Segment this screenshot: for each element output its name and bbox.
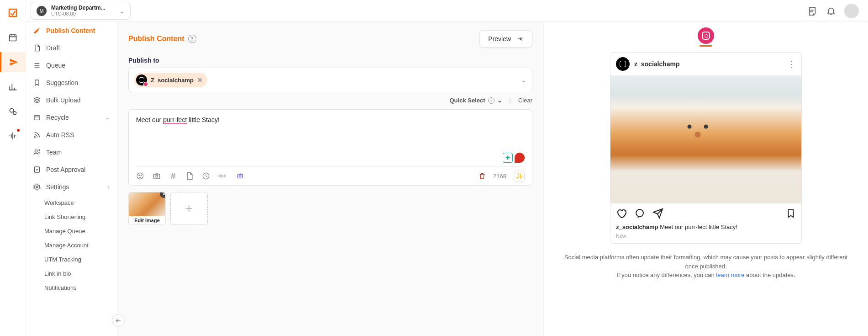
workspace-timezone: UTC-08:00 <box>51 11 105 16</box>
account-chip: Z_socialchamp ✕ <box>134 73 207 87</box>
workspace-avatar: M <box>37 6 47 16</box>
user-avatar[interactable] <box>844 4 859 18</box>
svg-point-9 <box>139 175 140 176</box>
clear-button[interactable]: Clear <box>518 97 532 104</box>
comment-icon[interactable] <box>634 208 645 219</box>
trash-icon[interactable] <box>479 172 486 180</box>
chevron-down-icon[interactable]: ⌄ <box>521 76 526 84</box>
sidebar-sub-link-shortening[interactable]: Link Shortening <box>26 210 117 224</box>
bell-icon[interactable] <box>826 6 836 16</box>
quick-select-button[interactable]: Quick Select i ⌄ <box>449 97 502 104</box>
sidebar-item-label: Settings <box>46 183 69 191</box>
remove-account-icon[interactable]: ✕ <box>197 76 203 84</box>
sidebar-sub-notifications[interactable]: Notifications <box>26 281 117 295</box>
rail-calendar-icon[interactable] <box>0 27 26 48</box>
sidebar-item-bulk-upload[interactable]: Bulk Upload <box>26 91 117 109</box>
top-bar: M Marketing Departm... UTC-08:00 ⌄ <box>26 0 868 22</box>
sidebar-sub-link-in-bio[interactable]: Link in bio <box>26 267 117 281</box>
magic-wand-icon[interactable]: ✨ <box>514 171 525 181</box>
app-logo[interactable] <box>6 6 19 19</box>
workspace-name: Marketing Departm... <box>51 5 105 11</box>
chevron-right-icon: › <box>108 184 110 190</box>
instagram-icon <box>136 75 147 85</box>
sidebar-item-label: Queue <box>46 62 65 69</box>
icon-rail <box>0 0 26 336</box>
svg-point-12 <box>156 176 158 178</box>
sidebar-item-label: Recycle <box>46 114 69 121</box>
sidebar-item-auto-rss[interactable]: Auto RSS <box>26 126 117 144</box>
rail-engage-icon[interactable] <box>0 101 26 122</box>
sidebar-item-label: Publish Content <box>46 27 95 34</box>
svg-rect-11 <box>153 174 160 179</box>
svg-point-10 <box>141 175 142 176</box>
uploaded-image <box>129 192 165 216</box>
sidebar-item-team[interactable]: Team <box>26 144 117 161</box>
instagram-preview-card: z_socialchamp ⋮ z_socialchamp Meet our p… <box>610 52 802 244</box>
workspace-selector[interactable]: M Marketing Departm... UTC-08:00 ⌄ <box>31 2 131 20</box>
error-badge-icon[interactable] <box>515 153 525 163</box>
sidebar-item-label: Post Approval <box>46 166 85 173</box>
rail-publish-icon[interactable] <box>0 52 26 72</box>
sidebar-sub-utm-tracking[interactable]: UTM Tracking <box>26 252 117 267</box>
sidebar-sub-workspace[interactable]: Workspace <box>26 196 117 210</box>
ai-icon[interactable] <box>236 172 245 180</box>
share-icon[interactable] <box>652 208 663 219</box>
svg-point-8 <box>137 173 143 179</box>
grammar-badge-icon[interactable]: ✚ <box>503 153 513 163</box>
svg-rect-15 <box>238 174 243 178</box>
account-name: Z_socialchamp <box>151 77 194 84</box>
preview-caption: z_socialchamp Meet our purr-fect little … <box>610 224 801 233</box>
preview-button[interactable]: Preview <box>479 30 532 48</box>
sidebar-item-post-approval[interactable]: Post Approval <box>26 161 117 178</box>
learn-more-link[interactable]: learn more <box>716 272 744 278</box>
link-icon[interactable] <box>218 172 227 180</box>
document-icon[interactable] <box>185 172 194 180</box>
notes-icon[interactable] <box>808 6 818 16</box>
collapse-sidebar-button[interactable]: ⇤ <box>112 314 125 327</box>
svg-rect-0 <box>10 35 16 41</box>
edit-image-label[interactable]: Edit Image <box>129 216 165 224</box>
help-icon[interactable]: ? <box>188 35 196 43</box>
caption-text[interactable]: Meet our purr-fect little Stacy! <box>136 116 525 153</box>
clock-icon[interactable] <box>202 172 210 180</box>
heart-icon[interactable] <box>616 208 627 219</box>
bookmark-icon[interactable] <box>786 208 796 219</box>
caption-editor[interactable]: Meet our purr-fect little Stacy! ✚ <box>128 109 532 186</box>
emoji-icon[interactable] <box>136 172 144 180</box>
chevron-down-icon: ⌄ <box>119 7 125 15</box>
media-thumbnail[interactable]: Edit Image ✕ <box>128 192 166 225</box>
svg-point-18 <box>636 209 643 217</box>
svg-point-17 <box>241 176 242 176</box>
preview-panel: z_socialchamp ⋮ z_socialchamp Meet our p… <box>544 22 868 336</box>
chevron-down-icon: ⌄ <box>105 114 110 121</box>
sidebar-item-queue[interactable]: Queue <box>26 57 117 74</box>
page-title: Publish Content? <box>128 35 196 43</box>
svg-rect-14 <box>219 175 222 177</box>
instagram-icon <box>616 57 630 71</box>
rail-listen-icon[interactable] <box>0 126 26 146</box>
char-count: 2168 <box>493 173 506 180</box>
sidebar-item-recycle[interactable]: Recycle⌄ <box>26 109 117 126</box>
svg-rect-3 <box>34 116 40 120</box>
sidebar-item-publish-content[interactable]: Publish Content <box>26 22 117 39</box>
svg-point-7 <box>36 186 38 188</box>
sidebar-sub-manage-account[interactable]: Manage Account <box>26 238 117 252</box>
camera-icon[interactable] <box>153 172 161 180</box>
sidebar-sub-manage-queue[interactable]: Manage Queue <box>26 224 117 238</box>
add-media-button[interactable]: + <box>170 192 208 225</box>
svg-point-2 <box>13 112 16 115</box>
tab-instagram[interactable] <box>698 27 714 44</box>
preview-image <box>610 75 801 203</box>
svg-point-5 <box>35 150 37 152</box>
sidebar-item-label: Bulk Upload <box>46 96 81 104</box>
publish-to-selector[interactable]: Z_socialchamp ✕ ⌄ <box>128 68 532 92</box>
sidebar-item-settings[interactable]: Settings› <box>26 178 117 196</box>
more-icon[interactable]: ⋮ <box>788 62 796 66</box>
sidebar-item-suggestion[interactable]: Suggestion <box>26 74 117 91</box>
hashtag-icon[interactable] <box>169 172 177 180</box>
sidebar-item-draft[interactable]: Draft <box>26 39 117 57</box>
svg-point-16 <box>239 176 240 176</box>
rail-analytics-icon[interactable] <box>0 77 26 97</box>
publish-to-label: Publish to <box>128 57 532 64</box>
sidebar-item-label: Draft <box>46 44 60 52</box>
